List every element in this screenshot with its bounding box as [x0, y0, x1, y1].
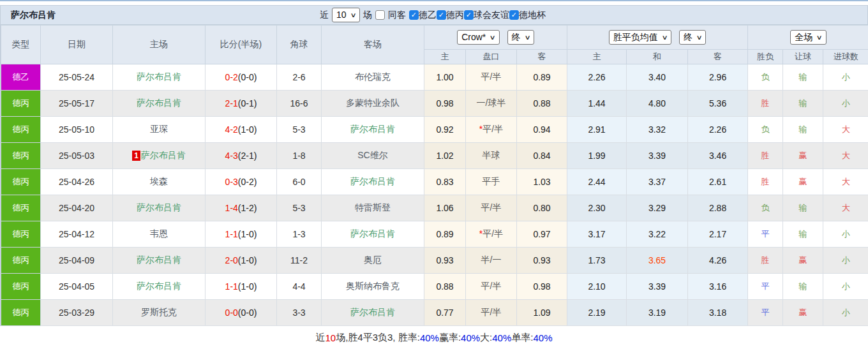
- avg-home-odds-cell: 2.26: [567, 64, 627, 91]
- league-checkbox[interactable]: ✓: [437, 10, 446, 20]
- result-let-cell: 赢: [783, 143, 823, 169]
- col-header-date: 日期: [41, 26, 113, 64]
- avg-home-odds-cell: 3.17: [567, 221, 627, 248]
- recent-count-select[interactable]: 10 ∨: [332, 8, 360, 22]
- result-goals-cell: 小: [823, 91, 868, 117]
- result-wdl-cell: 平: [748, 221, 783, 248]
- handicap-odds-home-cell: 1.00: [424, 64, 466, 91]
- summary-segment: 近: [315, 332, 325, 344]
- table-row: 德乙25-05-24萨尔布吕肯0-2(0-0)2-6布伦瑞克1.00平/半0.8…: [1, 64, 868, 91]
- team-name: 萨尔布吕肯: [137, 202, 181, 212]
- date-cell: 25-04-12: [41, 221, 113, 248]
- fulltime-score: 4-3: [225, 151, 238, 161]
- score-cell: 2-0(1-0): [206, 248, 277, 274]
- result-let-cell: 赢: [783, 300, 823, 326]
- home-team-cell: 韦恩: [113, 221, 206, 248]
- rank-badge: 1: [132, 151, 140, 161]
- type-badge-cell: 德丙: [1, 91, 41, 117]
- average-odds-select[interactable]: 胜平负均值 ∨: [609, 30, 671, 45]
- score-cell: 0-2(0-0): [206, 64, 277, 91]
- home-team-cell: 萨尔布吕肯: [113, 274, 206, 300]
- avg-away-odds-cell: 2.17: [688, 221, 748, 248]
- handicap-odds-home-cell: 0.88: [424, 274, 466, 300]
- filter-bar: 近 10 ∨ 场 ✓ 同客 ✓德乙✓德丙✓球会友谊✓德地杯: [320, 8, 546, 22]
- date-cell: 25-04-09: [41, 248, 113, 274]
- handicap-line-cell: 平/半: [466, 274, 517, 300]
- avg-draw-odds-cell: 3.65: [627, 248, 688, 274]
- result-wdl-cell: 胜: [748, 91, 783, 117]
- handicap-odds-away-cell: 0.80: [517, 195, 567, 221]
- date-cell: 25-03-29: [41, 300, 113, 326]
- league-checkbox[interactable]: ✓: [409, 10, 419, 20]
- result-scope-select[interactable]: 全场 ∨: [790, 30, 826, 45]
- bookmaker-select[interactable]: Crow* ∨: [457, 30, 499, 45]
- corner-cell: 4-4: [277, 274, 322, 300]
- type-badge-cell: 德丙: [1, 143, 41, 169]
- halftime-score: (1-2): [238, 203, 257, 213]
- avg-home-odds-cell: 2.10: [567, 274, 627, 300]
- match-history-table: 类型 日期 主场 比分(半场) 角球 客场 Crow* ∨ 终 ∨: [1, 25, 868, 326]
- team-name: 萨尔布吕肯: [137, 71, 181, 82]
- team-bar: 萨尔布吕肯 近 10 ∨ 场 ✓ 同客 ✓德乙✓德丙✓球会友谊✓德地杯: [1, 6, 867, 25]
- summary-segment: 40%: [420, 332, 439, 343]
- away-team-cell: 特雷斯登: [322, 195, 424, 221]
- team-title: 萨尔布吕肯: [11, 10, 56, 21]
- home-team-cell: 萨尔布吕肯: [113, 64, 206, 91]
- result-scope-header: 全场 ∨: [748, 26, 868, 50]
- result-wdl-cell: 胜: [748, 248, 783, 274]
- result-let-cell: 输: [783, 195, 823, 221]
- result-let-cell: 赢: [783, 169, 823, 195]
- fulltime-score: 0-3: [225, 177, 238, 187]
- home-team-cell: 亚琛: [113, 117, 206, 143]
- handicap-odds-away-cell: 0.93: [517, 248, 567, 274]
- home-team-cell: 萨尔布吕肯: [113, 248, 206, 274]
- league-checkbox-label: 球会友谊: [474, 10, 509, 21]
- chevron-down-icon: ∨: [816, 32, 823, 43]
- halftime-score: (0-0): [238, 72, 257, 82]
- summary-segment: 40%: [492, 332, 511, 343]
- corner-cell: 5-3: [277, 117, 322, 143]
- halftime-score: (1-0): [238, 229, 257, 239]
- table-row: 德丙25-04-26埃森0-3(0-2)6-0萨尔布吕肯0.83平手1.032.…: [1, 169, 868, 195]
- handicap-line-cell: 半球: [466, 143, 517, 169]
- result-goals-cell: 小: [823, 274, 868, 300]
- handicap-line-cell: 平/半: [466, 195, 517, 221]
- home-team-cell: 萨尔布吕肯: [113, 91, 206, 117]
- avg-draw-odds-cell: 3.37: [627, 169, 688, 195]
- score-cell: 1-1(1-0): [206, 274, 277, 300]
- result-wdl-cell: 平: [748, 274, 783, 300]
- halftime-score: (1-0): [238, 281, 257, 292]
- league-checkbox[interactable]: ✓: [464, 10, 474, 20]
- table-row: 德丙25-04-05萨尔布吕肯1-1(1-0)4-4奥斯纳布鲁克0.88平/半0…: [1, 274, 868, 300]
- score-cell: 4-3(2-1): [206, 143, 277, 169]
- summary-bar: 近10场,胜4平3负3, 胜率:40% 赢率:40% 大:40% 单率:40%: [0, 326, 868, 349]
- bookmaker-period-select[interactable]: 终 ∨: [507, 30, 534, 45]
- result-wdl-cell: 平: [748, 300, 783, 326]
- corner-cell: 6-0: [277, 169, 322, 195]
- team-name: 罗斯托克: [141, 307, 177, 317]
- average-odds-header: 胜平负均值 ∨ 终 ∨: [567, 26, 748, 50]
- result-let-cell: 输: [783, 117, 823, 143]
- league-checkbox-label: 德乙: [419, 10, 437, 21]
- corner-cell: 16-6: [277, 91, 322, 117]
- away-team-cell: 布伦瑞克: [322, 64, 424, 91]
- average-period-select[interactable]: 终 ∨: [679, 30, 706, 45]
- table-row: 德丙25-05-10亚琛4-2(1-0)5-3萨尔布吕肯0.92*平/半0.94…: [1, 117, 868, 143]
- sub-header-avg-draw: 和: [627, 50, 688, 64]
- same-venue-checkbox[interactable]: ✓: [375, 10, 385, 20]
- result-goals-cell: 大: [823, 143, 868, 169]
- handicap-line-cell: 平/半: [466, 64, 517, 91]
- home-team-cell: 罗斯托克: [113, 300, 206, 326]
- result-goals-cell: 小: [823, 221, 868, 248]
- handicap-odds-home-cell: 0.93: [424, 248, 466, 274]
- halftime-score: (0-2): [238, 177, 257, 187]
- halftime-score: (1-0): [238, 124, 257, 135]
- away-team-cell: SC维尔: [322, 143, 424, 169]
- avg-home-odds-cell: 2.30: [567, 195, 627, 221]
- league-checkbox[interactable]: ✓: [509, 10, 519, 20]
- col-header-type: 类型: [1, 26, 41, 64]
- handicap-line-cell: 平/半: [466, 300, 517, 326]
- team-name: 萨尔布吕肯: [350, 176, 395, 186]
- sub-header-wdl: 胜负: [748, 50, 783, 64]
- avg-away-odds-cell: 2.26: [688, 117, 748, 143]
